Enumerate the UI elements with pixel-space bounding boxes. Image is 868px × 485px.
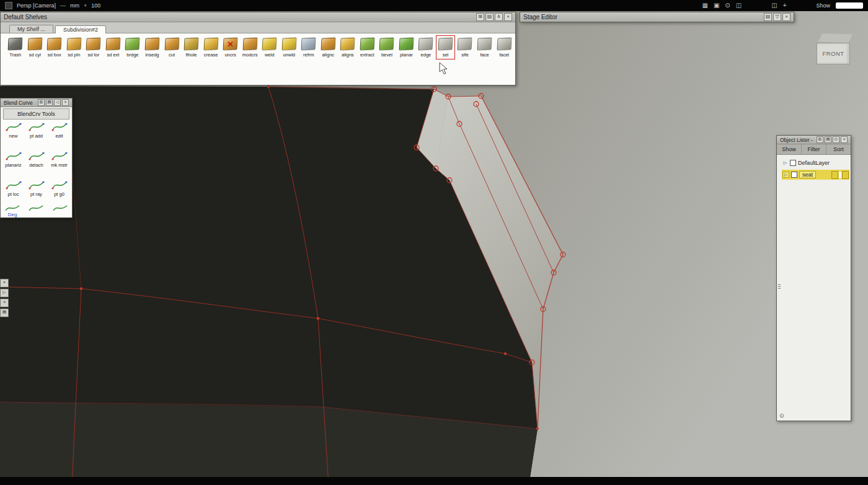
grid-icon[interactable]: ▦ xyxy=(702,2,707,9)
window-icon[interactable]: ◫ xyxy=(771,2,777,9)
pin-icon[interactable]: ⊞ xyxy=(476,13,484,21)
shelf-tool-button[interactable]: alignc xyxy=(319,35,339,59)
shelf-tool-icon xyxy=(262,37,277,50)
shelf-tool-button[interactable]: brdge xyxy=(123,35,143,59)
pin-icon[interactable]: ⊞ xyxy=(38,99,45,106)
blendcrv-tool-label: pt add xyxy=(30,133,43,139)
snap-icon[interactable]: + xyxy=(84,2,87,9)
shelf-tool-button[interactable]: sd cyl xyxy=(25,35,45,59)
shelf-tool-button[interactable]: sel xyxy=(436,35,456,59)
object-lister-tab[interactable]: Filter xyxy=(802,144,826,154)
shelf-tool-button[interactable]: sd box xyxy=(45,35,64,59)
close-icon[interactable]: × xyxy=(841,136,848,143)
shelf-tool-button[interactable]: Trash xyxy=(6,35,25,59)
shelf-tool-button[interactable]: sd tor xyxy=(84,35,104,59)
shelf-tool-button[interactable]: cut xyxy=(162,35,182,59)
blendcrv-tool-button[interactable]: mk mstr xyxy=(48,151,71,180)
shelf-tool-button[interactable]: refrm xyxy=(299,35,319,59)
menu-icon[interactable]: ▤ xyxy=(46,99,53,106)
layer-name[interactable]: DefaultLayer xyxy=(798,160,830,166)
layer-name[interactable]: seat xyxy=(799,171,816,178)
shelf-tool-button[interactable]: planar xyxy=(397,35,417,59)
layer-row[interactable]: ▷ seat xyxy=(782,170,849,180)
shelf-tool-button[interactable]: sd pln xyxy=(64,35,84,59)
panel-icon[interactable]: ▣ xyxy=(714,2,719,9)
view-cube-front-face[interactable]: FRONT xyxy=(817,43,850,64)
panel-grip-handle[interactable] xyxy=(778,284,781,289)
shelf-tab[interactable]: My Shelf ... xyxy=(9,25,53,33)
shelf-tool-button[interactable]: unwld xyxy=(279,35,299,59)
shelf-tool-button[interactable]: modcrs xyxy=(240,35,260,59)
object-lister-title: Object Lister - xyxy=(780,137,813,143)
shelf-tool-button[interactable]: insedg xyxy=(143,35,162,59)
shelf-tool-button[interactable]: face xyxy=(475,35,495,59)
menu-icon[interactable]: ▤ xyxy=(485,13,494,21)
app-logo-icon[interactable] xyxy=(5,2,12,9)
units-label[interactable]: mm xyxy=(70,2,79,9)
shelf-tool-button[interactable]: ✕ uncrs xyxy=(221,35,241,59)
layer-checkbox[interactable] xyxy=(790,160,796,166)
shelf-tool-button[interactable]: extract xyxy=(358,35,378,59)
collapse-icon[interactable]: ∧ xyxy=(495,13,503,21)
show-button[interactable]: Show xyxy=(816,2,830,9)
blendcrv-tool-button[interactable] xyxy=(48,204,72,217)
blendcrv-tool-button[interactable]: pt add xyxy=(25,121,48,151)
camera-view-label[interactable]: Persp [Camera] xyxy=(17,2,56,9)
search-icon[interactable]: ⊙ xyxy=(833,136,839,143)
menu-icon[interactable]: ▤ xyxy=(0,308,9,317)
layer-row[interactable]: ▷ DefaultLayer xyxy=(782,158,849,168)
shelf-tool-button[interactable]: sd ext xyxy=(104,35,123,59)
shelf-tool-button[interactable]: weld xyxy=(260,35,280,59)
shelf-tool-button[interactable]: edge xyxy=(416,35,436,59)
blendcrv-tool-button[interactable]: detach xyxy=(25,151,48,180)
close-icon[interactable]: × xyxy=(62,99,69,106)
view-cube[interactable]: FRONT xyxy=(816,33,852,64)
zoom-value[interactable]: 100 xyxy=(91,2,100,9)
shelves-titlebar[interactable]: Default Shelves ⊞ ▤ ∧ × xyxy=(1,12,515,22)
blend-curve-titlebar[interactable]: Blend Curve ⊞ ▤ ◁ × xyxy=(1,98,72,107)
blendcrv-tool-button[interactable] xyxy=(24,204,48,217)
expand-triangle-icon[interactable]: ▷ xyxy=(782,172,789,178)
menu-icon[interactable]: ▤ xyxy=(764,13,772,21)
pin-icon[interactable]: ⊞ xyxy=(817,136,823,143)
grip-icon[interactable]: ≡ xyxy=(0,299,9,307)
layers-icon[interactable]: ◫ xyxy=(736,2,742,9)
shelf-tool-button[interactable]: bevel xyxy=(377,35,397,59)
magnify-icon[interactable]: ⊙ xyxy=(725,2,730,9)
layer-swatch-icon[interactable] xyxy=(842,171,849,179)
color-swatch[interactable] xyxy=(836,2,863,9)
stage-editor-titlebar[interactable]: Stage Editor ▤ ▽ × xyxy=(520,12,794,22)
expand-icon[interactable]: ▷ xyxy=(0,289,9,297)
expand-triangle-icon[interactable]: ▷ xyxy=(782,160,788,165)
tool-overlay-icon xyxy=(165,38,178,50)
object-lister-tab[interactable]: Sort xyxy=(826,144,851,154)
close-icon[interactable]: × xyxy=(782,13,790,21)
shelf-tab[interactable]: Subdivision#2 xyxy=(55,25,106,33)
blendcrv-tool-button[interactable]: planariz xyxy=(2,151,25,180)
close-icon[interactable]: × xyxy=(0,279,9,287)
menu-icon[interactable]: ▤ xyxy=(825,136,831,143)
blendcrv-tool-button[interactable]: new xyxy=(2,121,25,151)
shelf-tool-button[interactable]: facel xyxy=(494,35,514,59)
subdivision-mesh[interactable] xyxy=(0,85,565,485)
tool-overlay-icon xyxy=(126,38,139,50)
slide-left-icon[interactable]: ◁ xyxy=(54,99,61,106)
crosshair-icon[interactable]: + xyxy=(783,2,787,9)
view-cube-top-face[interactable] xyxy=(818,33,852,43)
layer-swatch-icon[interactable] xyxy=(831,171,838,179)
blendcrv-tool-button[interactable]: Deg xyxy=(1,204,24,217)
blendcrv-tool-button[interactable]: edit xyxy=(48,121,71,151)
object-lister-tab[interactable]: Show xyxy=(777,144,802,154)
shelf-tool-button[interactable]: flhole xyxy=(182,35,202,59)
layer-checkbox[interactable] xyxy=(791,172,797,178)
dropdown-icon[interactable]: ▽ xyxy=(773,13,781,21)
shelf-tool-icon xyxy=(321,37,335,50)
shelf-tool-button[interactable]: slfe xyxy=(455,35,475,59)
refresh-icon[interactable]: ⊙ xyxy=(779,413,784,419)
shelf-tool-button[interactable]: crease xyxy=(201,35,221,59)
object-lister-titlebar[interactable]: Object Lister - ⊞ ▤ ⊙ × xyxy=(777,136,851,144)
close-icon[interactable]: × xyxy=(504,13,512,21)
blendcrv-tools-header[interactable]: BlendCrv Tools xyxy=(3,108,69,120)
shelf-tool-icon xyxy=(86,37,101,50)
shelf-tool-button[interactable]: aligns xyxy=(338,35,358,59)
